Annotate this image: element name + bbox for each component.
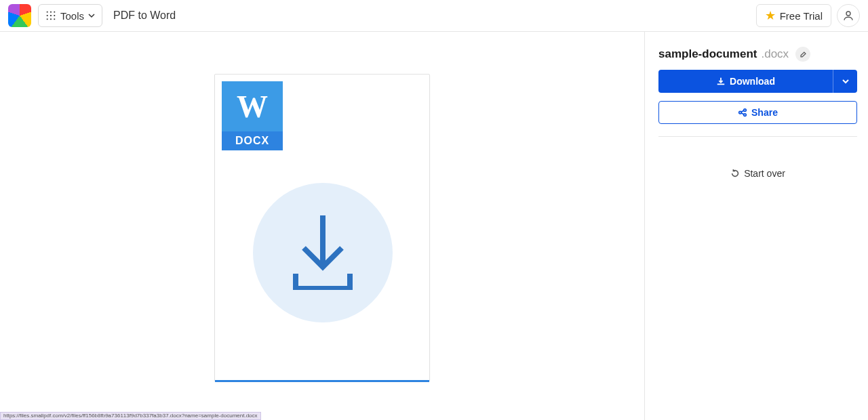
star-icon: ★ (765, 9, 776, 22)
download-icon (716, 77, 726, 86)
download-label: Download (730, 76, 775, 87)
file-extension: .docx (761, 47, 789, 61)
svg-point-0 (846, 12, 850, 16)
restart-icon (730, 169, 740, 178)
start-over-label: Start over (744, 168, 785, 179)
docx-badge-letter: W (222, 81, 283, 131)
share-button[interactable]: Share (658, 101, 857, 124)
pencil-icon (800, 51, 807, 58)
download-row: Download (658, 70, 857, 93)
user-icon (842, 9, 854, 22)
status-bar-url: https://files.smallpdf.com/v2/files/ff15… (0, 412, 261, 420)
docx-badge: W DOCX (222, 81, 283, 152)
tools-label: Tools (60, 10, 84, 22)
top-bar: Tools PDF to Word ★ Free Trial (0, 0, 868, 32)
download-arrow-icon (292, 215, 354, 290)
filename-row: sample-document.docx (658, 47, 857, 62)
download-options-button[interactable] (833, 70, 857, 93)
free-trial-label: Free Trial (780, 10, 823, 22)
top-bar-right: ★ Free Trial (756, 4, 860, 27)
top-bar-left: Tools PDF to Word (8, 4, 176, 27)
tools-dropdown-button[interactable]: Tools (38, 4, 102, 27)
filename: sample-document (658, 47, 757, 61)
panel-divider (658, 136, 857, 137)
body-area: W DOCX https://files.smallpdf.com/v2/fil… (0, 32, 868, 420)
preview-panel: W DOCX https://files.smallpdf.com/v2/fil… (0, 32, 645, 420)
download-button[interactable]: Download (658, 70, 833, 93)
download-illustration (253, 183, 393, 322)
share-label: Share (751, 107, 778, 118)
edit-filename-button[interactable] (795, 47, 810, 62)
docx-badge-label: DOCX (222, 131, 283, 150)
chevron-down-icon (842, 77, 850, 85)
page-title: PDF to Word (113, 9, 176, 22)
apps-grid-icon (45, 10, 56, 21)
account-button[interactable] (837, 4, 860, 27)
chevron-down-icon (88, 12, 95, 19)
share-icon (738, 108, 747, 117)
svg-point-3 (744, 109, 747, 112)
document-preview-card[interactable]: W DOCX (214, 74, 430, 381)
start-over-button[interactable]: Start over (730, 168, 785, 179)
svg-point-4 (744, 114, 747, 117)
free-trial-button[interactable]: ★ Free Trial (756, 4, 831, 27)
app-logo[interactable] (8, 4, 31, 27)
side-panel: sample-document.docx Download (645, 32, 868, 420)
svg-point-2 (739, 111, 742, 114)
